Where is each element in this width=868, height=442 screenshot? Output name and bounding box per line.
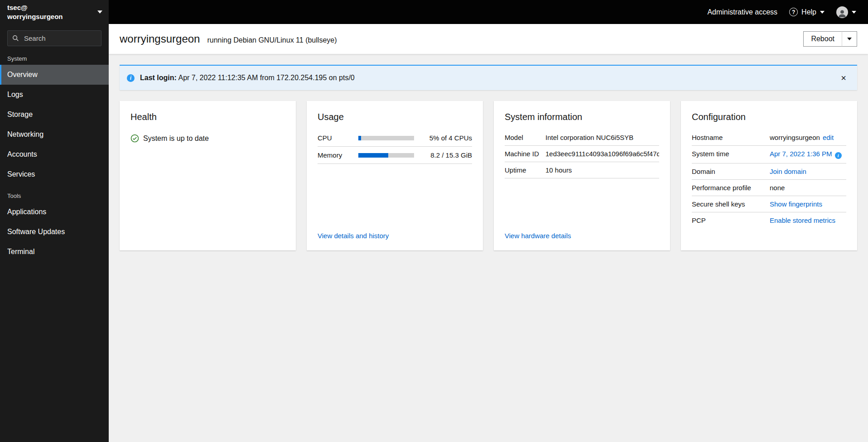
memory-usage-row: Memory 8.2 / 15.3 GiB [318,147,472,164]
performance-profile-row-label: Performance profile [692,184,766,192]
check-circle-icon [130,134,139,143]
cpu-usage-row: CPU 5% of 4 CPUs [318,130,472,147]
enable-stored-metrics-link[interactable]: Enable stored metrics [770,216,835,224]
info-icon[interactable]: i [835,152,842,159]
usage-card-title: Usage [307,101,483,127]
help-menu-button[interactable]: ? Help [784,5,830,19]
cpu-progress-bar [358,136,414,140]
sidebar-item-logs[interactable]: Logs [0,85,109,105]
domain-row-label: Domain [692,168,766,175]
table-row: Domain Join domain [692,163,846,180]
info-icon: i [127,74,135,82]
sidebar-item-services[interactable]: Services [0,164,109,184]
health-card: Health System is up to date [120,101,296,250]
view-details-history-link[interactable]: View details and history [318,232,389,240]
table-row: Secure shell keys Show fingerprints [692,196,846,212]
sidebar-item-applications[interactable]: Applications [0,202,109,222]
system-time-row-value: Apr 7, 2022 1:36 PMi [770,150,846,159]
usage-card-body: CPU 5% of 4 CPUs Memory 8.2 / 15.3 GiB [307,127,483,226]
table-row: Hostname worryingsurgeonedit [692,130,846,146]
system-information-card: System information Model Intel corporati… [494,101,670,250]
user-at-label: tsec@ [7,3,63,12]
uptime-label: Uptime [505,166,542,174]
edit-hostname-link[interactable]: edit [823,134,834,141]
last-login-alert: i Last login: Apr 7, 2022 11:12:35 AM fr… [120,65,857,90]
configuration-card-body: Hostname worryingsurgeonedit System time… [681,127,857,250]
session-menu-button[interactable] [831,4,862,21]
page-title: worryingsurgeon [120,33,200,45]
sidebar-item-software-updates[interactable]: Software Updates [0,222,109,242]
view-hardware-details-link[interactable]: View hardware details [505,232,571,240]
domain-row-value: Join domain [770,168,846,175]
performance-profile-value: none [770,184,846,192]
cpu-label: CPU [318,134,354,142]
table-row: Performance profile none [692,180,846,196]
main-content: worryingsurgeon running Debian GNU/Linux… [109,24,868,442]
administrative-access-button[interactable]: Administrative access [702,5,783,19]
sidebar-item-accounts[interactable]: Accounts [0,144,109,164]
memory-label: Memory [318,151,354,159]
model-label: Model [505,134,542,141]
overview-cards: Health System is up to date [120,101,857,250]
sidebar-nav: System Overview Logs Storage Networking … [0,47,109,262]
sidebar-search [7,30,101,46]
search-icon [12,35,19,42]
reboot-menu-toggle[interactable] [842,31,857,47]
sidebar-item-terminal[interactable]: Terminal [0,242,109,262]
close-icon[interactable]: × [837,72,850,83]
hostname-value: worryingsurgeon [770,134,820,141]
search-input[interactable] [23,34,96,43]
sidebar-item-overview[interactable]: Overview [0,65,109,85]
model-value: Intel corporation NUC6i5SYB [545,134,659,141]
nav-section-system: System [0,47,109,65]
memory-progress-fill [358,153,388,158]
nav-section-tools: Tools [0,184,109,202]
table-row: Uptime 10 hours [505,162,659,178]
reboot-button[interactable]: Reboot [803,31,842,47]
hostname-label: worryingsurgeon [7,12,63,21]
avatar [836,6,848,18]
alert-message: Apr 7, 2022 11:12:35 AM from 172.20.254.… [178,74,354,82]
health-card-title: Health [120,101,296,127]
alert-text: Last login: Apr 7, 2022 11:12:35 AM from… [140,74,355,82]
chevron-down-icon [820,11,825,14]
cpu-usage-value: 5% of 4 CPUs [419,134,472,142]
hostname-row-value: worryingsurgeonedit [770,134,846,141]
table-row: Model Intel corporation NUC6i5SYB [505,130,659,146]
join-domain-link[interactable]: Join domain [770,168,806,175]
masthead: Administrative access ? Help [109,0,868,24]
health-card-body: System is up to date [120,127,296,250]
memory-progress-bar [358,153,414,158]
page-header: worryingsurgeon running Debian GNU/Linux… [109,24,868,54]
system-information-card-body: Model Intel corporation NUC6i5SYB Machin… [494,127,670,226]
system-time-link[interactable]: Apr 7, 2022 1:36 PM [770,150,832,158]
pcp-row-label: PCP [692,216,766,224]
chevron-down-icon [847,38,852,40]
table-row: System time Apr 7, 2022 1:36 PMi [692,146,846,163]
system-time-row-label: System time [692,150,766,158]
usage-card-footer: View details and history [307,226,483,250]
table-row: Machine ID 1ed3eec9111c4093a1096f69a6c5f… [505,146,659,162]
ssh-keys-row-label: Secure shell keys [692,200,766,208]
memory-usage-value: 8.2 / 15.3 GiB [419,151,472,159]
show-fingerprints-link[interactable]: Show fingerprints [770,200,822,208]
reboot-split-button: Reboot [803,31,857,47]
ssh-keys-row-value: Show fingerprints [770,200,846,208]
title-wrap: worryingsurgeon running Debian GNU/Linux… [120,33,337,45]
sidebar-item-networking[interactable]: Networking [0,125,109,144]
uptime-value: 10 hours [545,166,659,174]
system-information-card-footer: View hardware details [494,226,670,250]
hostname-row-label: Hostname [692,134,766,141]
health-status-text: System is up to date [143,135,209,143]
system-information-card-title: System information [494,101,670,127]
host-switcher-label: tsec@ worryingsurgeon [7,3,63,21]
pcp-row-value: Enable stored metrics [770,216,846,224]
page-subtitle: running Debian GNU/Linux 11 (bullseye) [207,36,337,44]
question-circle-icon: ? [789,8,798,16]
health-status: System is up to date [130,130,285,143]
chevron-down-icon [97,10,102,14]
configuration-card: Configuration Hostname worryingsurgeoned… [681,101,857,250]
sidebar-item-storage[interactable]: Storage [0,105,109,125]
chevron-down-icon [852,11,856,14]
host-switcher[interactable]: tsec@ worryingsurgeon [0,0,109,24]
